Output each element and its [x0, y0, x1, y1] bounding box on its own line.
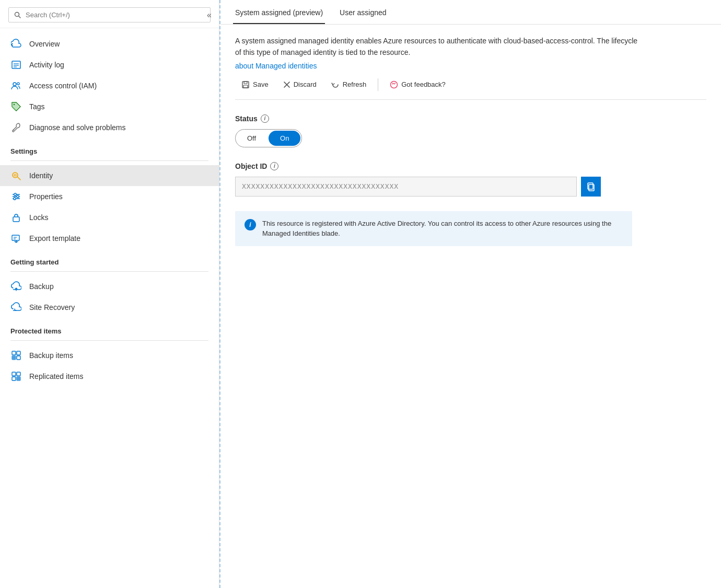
sidebar-item-identity[interactable]: Identity: [0, 165, 219, 186]
sidebar-item-replicated-items[interactable]: Replicated items: [0, 366, 219, 387]
search-icon: [14, 11, 21, 19]
identity-label: Identity: [29, 171, 53, 180]
overview-label: Overview: [29, 40, 60, 48]
status-info-icon[interactable]: i: [261, 114, 269, 123]
tags-label: Tags: [29, 102, 45, 111]
object-id-input: [235, 177, 577, 197]
svg-rect-20: [13, 217, 19, 222]
svg-point-13: [14, 174, 16, 176]
svg-point-19: [14, 198, 16, 200]
getting-started-divider: [10, 271, 208, 272]
tags-icon: [10, 101, 22, 112]
search-input[interactable]: [26, 11, 205, 19]
toggle-off-button[interactable]: Off: [236, 131, 268, 146]
export-template-label: Export template: [29, 234, 80, 243]
replicated-items-label: Replicated items: [29, 372, 84, 381]
svg-rect-27: [17, 356, 20, 360]
svg-rect-28: [12, 372, 16, 376]
object-id-info-icon[interactable]: i: [270, 162, 278, 170]
info-banner-text: This resource is registered with Azure A…: [262, 218, 623, 239]
save-icon: [241, 80, 250, 89]
sidebar-item-backup[interactable]: Backup: [0, 276, 219, 297]
sidebar-item-properties[interactable]: Properties: [0, 186, 219, 207]
site-recovery-label: Site Recovery: [29, 303, 75, 312]
diagnose-label: Diagnose and solve problems: [29, 123, 125, 132]
list-icon: [10, 59, 22, 71]
save-button[interactable]: Save: [235, 77, 275, 92]
object-id-section: Object ID i: [235, 162, 706, 197]
discard-button[interactable]: Discard: [277, 77, 323, 91]
object-id-row: [235, 177, 601, 197]
svg-point-10: [14, 104, 15, 105]
svg-point-18: [17, 195, 19, 198]
svg-line-1: [19, 16, 20, 17]
protected-items-divider: [10, 340, 208, 341]
svg-point-11: [13, 130, 14, 131]
protected-items-section-header: Protected items: [0, 318, 219, 338]
sidebar-item-activity-log[interactable]: Activity log: [0, 54, 219, 75]
learn-more-link[interactable]: about Managed identities: [235, 62, 317, 70]
tab-system-assigned[interactable]: System assigned (preview): [233, 0, 325, 24]
feedback-button[interactable]: Got feedback?: [383, 77, 452, 92]
svg-point-6: [13, 83, 16, 86]
sidebar-item-export-template[interactable]: Export template: [0, 228, 219, 249]
svg-rect-34: [243, 85, 248, 88]
status-section: Status i Off On: [235, 114, 706, 147]
toggle-on-button[interactable]: On: [269, 131, 300, 146]
copy-icon: [586, 182, 596, 191]
refresh-icon: [331, 80, 340, 89]
sidebar-item-diagnose[interactable]: Diagnose and solve problems: [0, 117, 219, 138]
activity-log-label: Activity log: [29, 61, 64, 69]
toolbar: Save Discard Refresh Got feedback?: [235, 70, 706, 100]
svg-point-17: [14, 193, 16, 195]
copy-button[interactable]: [581, 177, 601, 197]
sidebar-navigation: Overview Activity log Access control (IA…: [0, 28, 219, 588]
wrench-icon: [10, 122, 22, 133]
sidebar-item-site-recovery[interactable]: Site Recovery: [0, 297, 219, 318]
svg-rect-2: [12, 61, 20, 68]
key-icon: [10, 170, 22, 181]
sidebar-item-overview[interactable]: Overview: [0, 33, 219, 54]
svg-rect-25: [17, 351, 20, 355]
sidebar: « Overview Activity log Access control (…: [0, 0, 219, 588]
tab-user-assigned[interactable]: User assigned: [338, 0, 389, 24]
sidebar-item-backup-items[interactable]: Backup items: [0, 345, 219, 366]
object-id-label-row: Object ID i: [235, 162, 706, 170]
export-icon: [10, 233, 22, 244]
access-control-label: Access control (IAM): [29, 82, 97, 90]
info-banner: i This resource is registered with Azure…: [235, 211, 632, 246]
tab-bar: System assigned (preview) User assigned: [220, 0, 721, 25]
settings-divider: [10, 160, 208, 161]
sidebar-item-tags[interactable]: Tags: [0, 96, 219, 117]
discard-label: Discard: [294, 80, 317, 88]
save-label: Save: [253, 80, 269, 88]
sidebar-item-locks[interactable]: Locks: [0, 207, 219, 228]
main-content: System assigned (preview) User assigned …: [219, 0, 721, 588]
collapse-button[interactable]: «: [204, 9, 215, 21]
svg-rect-29: [17, 372, 20, 376]
status-toggle[interactable]: Off On: [235, 129, 302, 147]
toolbar-divider: [378, 78, 378, 91]
content-body: A system assigned managed identity enabl…: [220, 25, 721, 257]
feedback-label: Got feedback?: [401, 80, 446, 88]
backup-label: Backup: [29, 282, 54, 291]
info-banner-icon: i: [245, 219, 256, 230]
svg-rect-21: [12, 235, 19, 240]
svg-rect-31: [17, 377, 20, 381]
backup-cloud-icon: [10, 281, 22, 292]
svg-rect-24: [12, 351, 16, 355]
refresh-button[interactable]: Refresh: [325, 77, 373, 92]
locks-label: Locks: [29, 213, 49, 222]
lock-icon: [10, 212, 22, 223]
backup-items-label: Backup items: [29, 351, 73, 360]
search-box[interactable]: [8, 7, 211, 22]
refresh-label: Refresh: [343, 80, 367, 88]
sliders-icon: [10, 191, 22, 202]
properties-label: Properties: [29, 192, 63, 201]
cloud-icon: [10, 38, 22, 50]
status-label: Status: [235, 114, 258, 123]
sidebar-item-access-control[interactable]: Access control (IAM): [0, 75, 219, 96]
site-recovery-icon: [10, 302, 22, 313]
svg-rect-30: [12, 377, 16, 381]
settings-section-header: Settings: [0, 138, 219, 158]
